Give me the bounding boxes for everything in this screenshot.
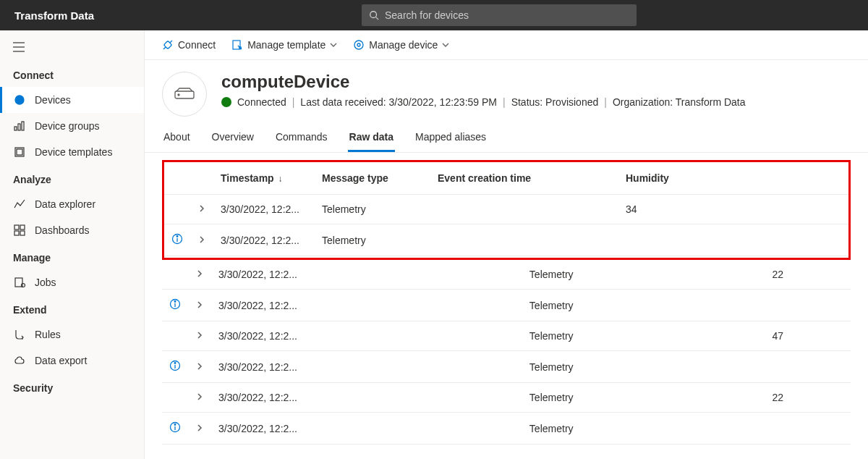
svg-point-30 — [174, 301, 176, 303]
manage-template-icon — [231, 39, 243, 51]
tab-overview[interactable]: Overview — [210, 124, 255, 152]
section-extend: Extend — [0, 295, 144, 321]
svg-point-6 — [18, 98, 21, 101]
tab-mapped-aliases[interactable]: Mapped aliases — [414, 124, 488, 152]
manage-template-label: Manage template — [247, 39, 326, 51]
table-row[interactable]: 3/30/2022, 12:2...Telemetry47 — [162, 321, 851, 351]
search-icon — [369, 10, 379, 20]
section-manage: Manage — [0, 243, 144, 269]
table-row[interactable]: 3/30/2022, 12:2...Telemetry22 — [162, 260, 851, 290]
svg-point-24 — [178, 94, 179, 96]
svg-point-21 — [354, 41, 363, 49]
table-row[interactable]: 3/30/2022, 12:2...Telemetry — [162, 351, 851, 383]
info-cell[interactable] — [162, 413, 188, 445]
sidebar-item-label: Device groups — [35, 120, 100, 132]
column-humidity[interactable]: Humidity — [618, 162, 848, 195]
cell-timestamp: 3/30/2022, 12:2... — [211, 260, 522, 290]
cell-event-creation — [717, 260, 765, 290]
cell-message-type: Telemetry — [522, 383, 717, 413]
table-row[interactable]: 3/30/2022, 12:2...Telemetry — [162, 413, 851, 445]
device-tabs: About Overview Commands Raw data Mapped … — [145, 124, 868, 153]
svg-rect-11 — [17, 149, 22, 155]
column-timestamp[interactable]: Timestamp ↓ — [213, 162, 315, 195]
cell-message-type: Telemetry — [522, 413, 717, 445]
sidebar-item-device-templates[interactable]: Device templates — [0, 139, 144, 165]
cell-humidity: 22 — [765, 383, 851, 413]
expand-row-button[interactable] — [190, 224, 213, 256]
table-row[interactable]: 3/30/2022, 12:2...Telemetry — [164, 224, 848, 256]
svg-rect-8 — [18, 124, 20, 130]
device-groups-icon — [13, 119, 26, 132]
svg-point-17 — [22, 284, 25, 287]
expand-row-button[interactable] — [188, 383, 211, 413]
cell-event-creation — [717, 413, 765, 445]
sidebar-item-label: Devices — [35, 94, 71, 106]
svg-point-0 — [370, 12, 377, 18]
svg-point-33 — [174, 363, 176, 364]
tab-commands[interactable]: Commands — [274, 124, 329, 152]
cell-humidity — [765, 413, 851, 445]
sidebar-item-jobs[interactable]: Jobs — [0, 269, 144, 295]
svg-rect-15 — [20, 231, 25, 235]
section-analyze: Analyze — [0, 165, 144, 191]
tab-raw-data[interactable]: Raw data — [348, 124, 395, 152]
expand-row-button[interactable] — [188, 351, 211, 383]
search-box[interactable] — [362, 4, 637, 26]
main-content: Connect Manage template Manage device co… — [145, 30, 868, 459]
devices-icon — [13, 93, 26, 106]
expand-row-button[interactable] — [188, 413, 211, 445]
table-row[interactable]: 3/30/2022, 12:2...Telemetry34 — [164, 195, 848, 224]
manage-device-button[interactable]: Manage device — [353, 39, 449, 51]
cell-message-type: Telemetry — [522, 290, 717, 321]
cell-message-type: Telemetry — [522, 351, 717, 383]
section-security: Security — [0, 374, 144, 400]
info-cell[interactable] — [162, 290, 188, 321]
info-cell[interactable] — [164, 224, 190, 256]
connect-button[interactable]: Connect — [162, 39, 216, 51]
cell-humidity — [618, 224, 848, 256]
column-event-creation[interactable]: Event creation time — [430, 162, 618, 195]
manage-template-button[interactable]: Manage template — [231, 39, 337, 51]
cell-timestamp: 3/30/2022, 12:2... — [211, 351, 522, 383]
separator: | — [503, 96, 506, 108]
info-cell[interactable] — [162, 351, 188, 383]
raw-data-table: Timestamp ↓Message typeEvent creation ti… — [164, 162, 848, 256]
cell-timestamp: 3/30/2022, 12:2... — [213, 224, 315, 256]
sidebar-item-rules[interactable]: Rules — [0, 321, 144, 348]
column-message-type[interactable]: Message type — [315, 162, 430, 195]
device-name: computeDevice — [221, 72, 746, 92]
highlighted-rows: Timestamp ↓Message typeEvent creation ti… — [162, 160, 851, 260]
hamburger-menu[interactable] — [0, 36, 144, 61]
jobs-icon — [13, 276, 26, 289]
expand-row-button[interactable] — [190, 195, 213, 224]
device-meta: Connected | Last data received: 3/30/202… — [221, 96, 746, 108]
cell-timestamp: 3/30/2022, 12:2... — [213, 195, 315, 224]
info-cell — [162, 260, 188, 290]
tab-about[interactable]: About — [162, 124, 192, 152]
cell-humidity: 34 — [618, 195, 848, 224]
search-input[interactable] — [379, 9, 629, 21]
sidebar-item-devices[interactable]: Devices — [0, 87, 144, 113]
sidebar-item-data-export[interactable]: Data export — [0, 348, 144, 374]
sidebar-item-data-explorer[interactable]: Data explorer — [0, 191, 144, 217]
cell-message-type: Telemetry — [522, 260, 717, 290]
cell-timestamp: 3/30/2022, 12:2... — [211, 413, 522, 445]
expand-row-button[interactable] — [188, 260, 211, 290]
sort-descending-icon: ↓ — [278, 174, 283, 184]
expand-row-button[interactable] — [188, 321, 211, 351]
sidebar-item-dashboards[interactable]: Dashboards — [0, 217, 144, 243]
manage-device-icon — [353, 39, 365, 51]
expand-row-button[interactable] — [188, 290, 211, 321]
status-field: Status: Provisioned — [511, 96, 599, 108]
cell-timestamp: 3/30/2022, 12:2... — [211, 290, 522, 321]
table-row[interactable]: 3/30/2022, 12:2...Telemetry — [162, 290, 851, 321]
sidebar-item-device-groups[interactable]: Device groups — [0, 113, 144, 139]
cell-event-creation — [717, 383, 765, 413]
sidebar-item-label: Jobs — [35, 277, 56, 288]
cell-humidity: 47 — [765, 321, 851, 351]
table-row[interactable]: 3/30/2022, 12:2...Telemetry22 — [162, 383, 851, 413]
cell-message-type: Telemetry — [315, 195, 430, 224]
top-bar: Transform Data — [0, 0, 868, 30]
data-explorer-icon — [13, 198, 26, 211]
svg-point-27 — [176, 236, 178, 237]
